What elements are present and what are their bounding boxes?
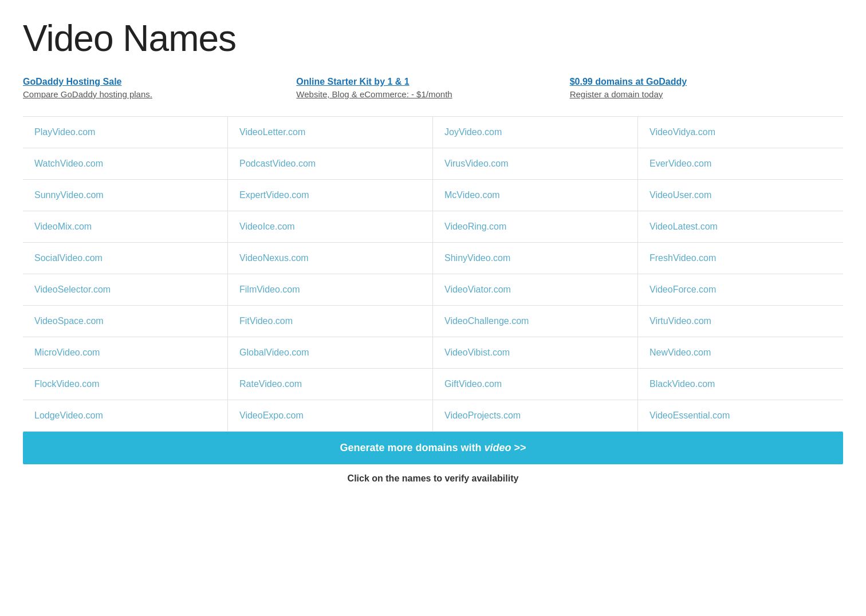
ad-block-2: $0.99 domains at GoDaddyRegister a domai… — [570, 77, 843, 99]
domain-cell[interactable]: MicroVideo.com — [23, 337, 228, 369]
domain-cell[interactable]: VideoLetter.com — [228, 117, 433, 148]
domain-cell[interactable]: VideoChallenge.com — [433, 306, 638, 337]
domain-cell[interactable]: JoyVideo.com — [433, 117, 638, 148]
domain-cell[interactable]: VideoSpace.com — [23, 306, 228, 337]
domain-cell[interactable]: VideoForce.com — [638, 274, 843, 306]
ad-secondary-link-0[interactable]: Compare GoDaddy hosting plans. — [23, 89, 273, 99]
ad-secondary-link-2[interactable]: Register a domain today — [570, 89, 820, 99]
page-title: Video Names — [23, 17, 843, 60]
domain-cell[interactable]: BlackVideo.com — [638, 369, 843, 400]
domain-cell[interactable]: VirusVideo.com — [433, 148, 638, 180]
domain-cell[interactable]: VideoVidya.com — [638, 117, 843, 148]
footer-note: Click on the names to verify availabilit… — [23, 473, 843, 484]
domain-cell[interactable]: PodcastVideo.com — [228, 148, 433, 180]
ad-block-0: GoDaddy Hosting SaleCompare GoDaddy host… — [23, 77, 296, 99]
domain-cell[interactable]: ShinyVideo.com — [433, 243, 638, 274]
ads-section: GoDaddy Hosting SaleCompare GoDaddy host… — [23, 77, 843, 99]
domain-cell[interactable]: FitVideo.com — [228, 306, 433, 337]
domain-cell[interactable]: VideoLatest.com — [638, 211, 843, 243]
domain-cell[interactable]: VideoExpo.com — [228, 400, 433, 432]
ad-secondary-link-1[interactable]: Website, Blog & eCommerce: - $1/month — [296, 89, 546, 99]
domain-cell[interactable]: VideoMix.com — [23, 211, 228, 243]
domain-cell[interactable]: VideoViator.com — [433, 274, 638, 306]
domain-cell[interactable]: VideoProjects.com — [433, 400, 638, 432]
domain-cell[interactable]: GlobalVideo.com — [228, 337, 433, 369]
domain-cell[interactable]: SocialVideo.com — [23, 243, 228, 274]
domain-cell[interactable]: McVideo.com — [433, 180, 638, 211]
domain-cell[interactable]: FreshVideo.com — [638, 243, 843, 274]
domain-cell[interactable]: VideoNexus.com — [228, 243, 433, 274]
ad-block-1: Online Starter Kit by 1 & 1Website, Blog… — [296, 77, 569, 99]
domain-cell[interactable]: VirtuVideo.com — [638, 306, 843, 337]
generate-btn-container[interactable]: Generate more domains with video >> — [23, 432, 843, 464]
domain-cell[interactable]: ExpertVideo.com — [228, 180, 433, 211]
domain-cell[interactable]: VideoVibist.com — [433, 337, 638, 369]
domain-cell[interactable]: SunnyVideo.com — [23, 180, 228, 211]
domain-cell[interactable]: VideoEssential.com — [638, 400, 843, 432]
domain-cell[interactable]: PlayVideo.com — [23, 117, 228, 148]
domain-cell[interactable]: FilmVideo.com — [228, 274, 433, 306]
domain-cell[interactable]: VideoSelector.com — [23, 274, 228, 306]
domain-cell[interactable]: EverVideo.com — [638, 148, 843, 180]
ad-primary-link-1[interactable]: Online Starter Kit by 1 & 1 — [296, 77, 546, 87]
domain-cell[interactable]: VideoUser.com — [638, 180, 843, 211]
domains-grid: PlayVideo.comVideoLetter.comJoyVideo.com… — [23, 116, 843, 432]
generate-btn[interactable]: Generate more domains with video >> — [340, 442, 526, 453]
ad-primary-link-0[interactable]: GoDaddy Hosting Sale — [23, 77, 273, 87]
domain-cell[interactable]: VideoIce.com — [228, 211, 433, 243]
domain-cell[interactable]: RateVideo.com — [228, 369, 433, 400]
domain-cell[interactable]: GiftVideo.com — [433, 369, 638, 400]
domain-cell[interactable]: VideoRing.com — [433, 211, 638, 243]
ad-primary-link-2[interactable]: $0.99 domains at GoDaddy — [570, 77, 820, 87]
domain-cell[interactable]: LodgeVideo.com — [23, 400, 228, 432]
domain-cell[interactable]: WatchVideo.com — [23, 148, 228, 180]
domain-cell[interactable]: NewVideo.com — [638, 337, 843, 369]
domain-cell[interactable]: FlockVideo.com — [23, 369, 228, 400]
